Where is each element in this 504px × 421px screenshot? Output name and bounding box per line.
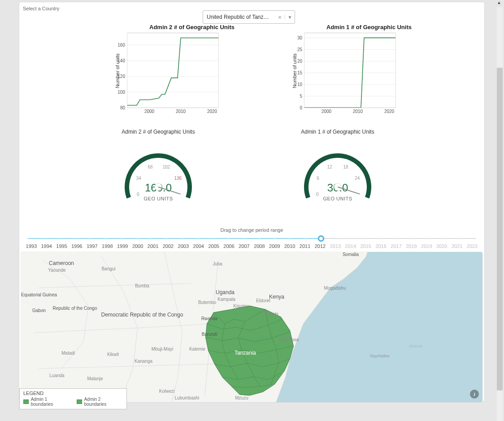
country-dropdown[interactable]: United Republic of Tanzania × ▼ xyxy=(203,10,295,24)
year-label[interactable]: 2011 xyxy=(297,243,313,249)
year-label[interactable]: 2012 xyxy=(313,243,328,249)
map-view[interactable]: Cameroon Yaounde Bangui Juba Somalia Equ… xyxy=(21,252,482,402)
chart-ylabel: Number of units xyxy=(292,53,297,88)
main-panel: Select a Country United Republic of Tanz… xyxy=(19,2,484,401)
year-label[interactable]: 2000 xyxy=(130,243,145,249)
admin2-gauge: Admin 2 # of Geographic Units 169.0 GEO … xyxy=(69,123,248,217)
year-label[interactable]: 1996 xyxy=(70,243,85,249)
legend-item: Admin 1 boundaries xyxy=(23,397,70,407)
admin1-line-chart: Admin 1 # of Geographic Units Number of … xyxy=(279,25,459,117)
legend-label: Admin 1 boundaries xyxy=(31,397,70,407)
dropdown-clear-icon[interactable]: × xyxy=(275,14,285,21)
chart-title: Admin 2 # of Geographic Units xyxy=(102,24,282,30)
year-label[interactable]: 2016 xyxy=(374,243,389,249)
year-label[interactable]: 1994 xyxy=(39,243,54,249)
year-label[interactable]: 2018 xyxy=(404,243,419,249)
year-label[interactable]: 2015 xyxy=(358,243,374,249)
legend-swatch xyxy=(23,399,29,404)
select-country-label: Select a Country xyxy=(23,6,59,11)
admin2-line-chart: Admin 2 # of Geographic Units Number of … xyxy=(102,25,282,117)
svg-line-1 xyxy=(158,187,181,194)
year-label[interactable]: 2022 xyxy=(465,243,480,249)
year-label[interactable]: 1998 xyxy=(100,243,115,249)
year-label[interactable]: 1999 xyxy=(115,243,130,249)
gauge-title: Admin 2 # of Geographic Units xyxy=(69,123,248,139)
year-label[interactable]: 1993 xyxy=(24,243,39,249)
map-label: Victoria xyxy=(409,344,422,348)
year-label[interactable]: 2001 xyxy=(145,243,161,249)
year-label[interactable]: 2014 xyxy=(343,243,358,249)
scroll-up-icon[interactable]: ▲ xyxy=(496,0,502,5)
year-label[interactable]: 2010 xyxy=(282,243,297,249)
year-label[interactable]: 2013 xyxy=(328,243,343,249)
gauge-title: Admin 1 # of Geographic Units xyxy=(248,123,427,139)
scroll-thumb[interactable] xyxy=(497,68,503,391)
year-label[interactable]: 2020 xyxy=(434,243,449,249)
legend-swatch xyxy=(77,399,82,404)
chevron-down-icon[interactable]: ▼ xyxy=(285,15,295,20)
slider-label: Drag to change period range xyxy=(19,227,484,233)
year-label[interactable]: 2004 xyxy=(191,243,206,249)
map-info-icon[interactable]: i xyxy=(470,390,479,399)
map-legend: LEGEND Admin 1 boundaries Admin 2 bounda… xyxy=(19,388,127,409)
year-label[interactable]: 1997 xyxy=(85,243,100,249)
year-slider[interactable]: Drag to change period range 199319941995… xyxy=(19,227,484,252)
year-label[interactable]: 2021 xyxy=(449,243,465,249)
svg-line-3 xyxy=(338,187,360,194)
year-label[interactable]: 2009 xyxy=(267,243,282,249)
legend-title: LEGEND xyxy=(23,391,123,396)
year-label[interactable]: 2003 xyxy=(176,243,191,249)
admin1-gauge: Admin 1 # of Geographic Units 30.0 GEO U… xyxy=(248,123,427,217)
year-label[interactable]: 2007 xyxy=(237,243,252,249)
chart-title: Admin 1 # of Geographic Units xyxy=(279,24,459,30)
year-label[interactable]: 2017 xyxy=(389,243,404,249)
year-label[interactable]: 2006 xyxy=(222,243,237,249)
year-label[interactable]: 2005 xyxy=(206,243,222,249)
map-svg xyxy=(21,252,482,402)
slider-handle[interactable] xyxy=(318,235,324,242)
legend-label: Admin 2 boundaries xyxy=(84,397,123,407)
map-label: Seychelles xyxy=(370,354,390,358)
year-label[interactable]: 1995 xyxy=(54,243,70,249)
country-dropdown-value: United Republic of Tanzania xyxy=(203,14,275,20)
year-label[interactable]: 2019 xyxy=(419,243,434,249)
scrollbar[interactable] xyxy=(497,7,503,421)
year-label[interactable]: 2002 xyxy=(161,243,176,249)
year-label[interactable]: 2008 xyxy=(252,243,267,249)
legend-item: Admin 2 boundaries xyxy=(77,397,123,407)
